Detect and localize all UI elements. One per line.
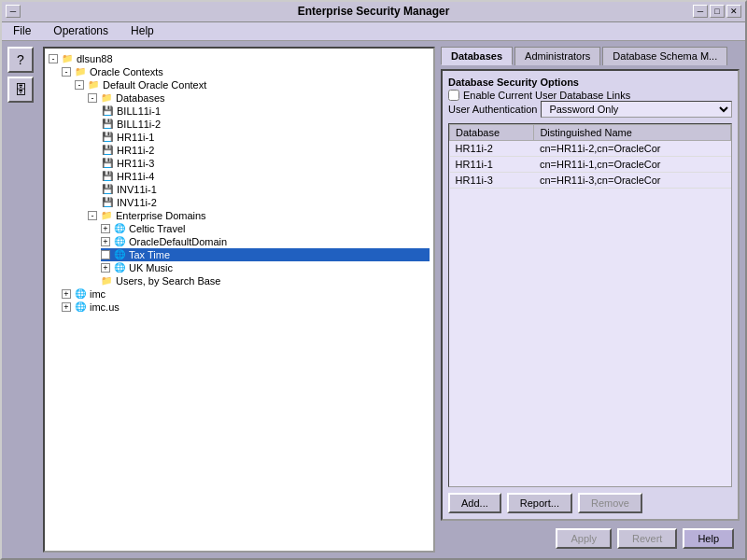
title-bar-right-controls: ─ □ ✕	[693, 5, 741, 18]
enable-db-links-row: Enable Current User Database Links	[448, 90, 732, 101]
tax-time-expander[interactable]: +	[101, 250, 110, 259]
col-database: Database	[450, 124, 534, 140]
report-button[interactable]: Report...	[507, 493, 572, 513]
tab-schema[interactable]: Database Schema M...	[602, 47, 727, 65]
tree-default-oracle-context[interactable]: - 📁 Default Oracle Context	[75, 78, 430, 91]
main-window: ─ Enterprise Security Manager ─ □ ✕ File…	[0, 0, 747, 560]
db-bill11i2-icon: 💾	[101, 119, 114, 130]
users-search-base-icon: 📁	[100, 275, 113, 287]
close-button[interactable]: ✕	[726, 5, 741, 18]
db-inv11i2-icon: 💾	[101, 197, 114, 208]
tree-db-hr11i4[interactable]: 💾 HR11i-4	[101, 170, 430, 183]
tree-db-hr11i3[interactable]: 💾 HR11i-3	[101, 157, 430, 170]
menu-help[interactable]: Help	[127, 23, 158, 38]
tree-oracle-contexts[interactable]: - 📁 Oracle Contexts	[62, 65, 430, 78]
tree-imc-us[interactable]: + 🌐 imc.us	[62, 301, 430, 314]
db-bill11i2-label: BILL11i-2	[117, 119, 161, 130]
oracle-default-domain-expander[interactable]: +	[101, 237, 110, 246]
tree-celtic-travel[interactable]: + 🌐 Celtic Travel	[101, 222, 430, 235]
maximize-button[interactable]: □	[710, 5, 725, 18]
tree-oracle-default-domain[interactable]: + 🌐 OracleDefaultDomain	[101, 235, 430, 248]
table-header: Database Distinguished Name	[450, 124, 731, 140]
apply-button[interactable]: Apply	[556, 528, 612, 549]
table-body: HR11i-2cn=HR11i-2,cn=OracleCorHR11i-1cn=…	[450, 140, 731, 188]
uk-music-icon: 🌐	[113, 262, 126, 273]
databases-folder-label: Databases	[116, 92, 165, 104]
enable-db-links-checkbox[interactable]	[448, 90, 459, 101]
db-icon-button[interactable]: 🗄	[7, 77, 34, 103]
imc-label: imc	[90, 288, 106, 300]
root-icon: 📁	[61, 53, 74, 64]
imc-icon: 🌐	[74, 288, 87, 300]
revert-button[interactable]: Revert	[617, 528, 677, 549]
title-bar-left-controls: ─	[6, 5, 21, 18]
tree-databases-folder[interactable]: - 📁 Databases	[88, 91, 430, 105]
user-auth-select[interactable]: Password Only Kerberos SSL	[541, 101, 732, 118]
table-row[interactable]: HR11i-3cn=HR11i-3,cn=OracleCor	[450, 172, 731, 188]
tree-imc[interactable]: + 🌐 imc	[62, 287, 430, 301]
system-menu-btn[interactable]: ─	[6, 5, 21, 18]
minimize-button[interactable]: ─	[693, 5, 708, 18]
enterprise-domains-icon: 📁	[100, 210, 113, 221]
uk-music-expander[interactable]: +	[101, 263, 110, 273]
tree-db-inv11i1[interactable]: 💾 INV11i-1	[101, 183, 430, 196]
menu-bar: File Operations Help	[2, 22, 745, 41]
tax-time-icon: 🌐	[113, 249, 126, 260]
db-bill11i1-icon: 💾	[101, 105, 114, 117]
table-cell-database: HR11i-3	[450, 172, 534, 188]
oracle-contexts-children: - 📁 Default Oracle Context - 📁 Databases	[75, 78, 430, 287]
tree-uk-music[interactable]: + 🌐 UK Music	[101, 261, 430, 274]
enterprise-domains-children: + 🌐 Celtic Travel + 🌐 OracleDefaultDomai…	[101, 222, 430, 274]
table-row[interactable]: HR11i-2cn=HR11i-2,cn=OracleCor	[450, 140, 731, 156]
default-context-icon: 📁	[87, 79, 100, 91]
enterprise-domains-expander[interactable]: -	[88, 211, 97, 220]
table-row[interactable]: HR11i-1cn=HR11i-1,cn=OracleCor	[450, 156, 731, 172]
tree-db-hr11i1[interactable]: 💾 HR11i-1	[101, 131, 430, 144]
tree-enterprise-domains[interactable]: - 📁 Enterprise Domains	[88, 209, 430, 222]
user-auth-label: User Authentication	[448, 104, 537, 115]
default-context-children: - 📁 Databases 💾 BILL11i-1 💾 BILL11	[88, 91, 430, 287]
root-expander[interactable]: -	[49, 54, 58, 63]
add-button[interactable]: Add...	[448, 493, 501, 513]
action-buttons: Add... Report... Remove	[448, 493, 732, 513]
db-inv11i2-label: INV11i-2	[117, 197, 157, 208]
db-security-options-section: Database Security Options Enable Current…	[448, 77, 732, 118]
table-cell-dn: cn=HR11i-2,cn=OracleCor	[534, 140, 731, 156]
celtic-travel-expander[interactable]: +	[101, 224, 110, 233]
oracle-default-domain-icon: 🌐	[113, 236, 126, 247]
title-bar: ─ Enterprise Security Manager ─ □ ✕	[2, 2, 745, 22]
imc-us-expander[interactable]: +	[62, 302, 71, 312]
tree-db-bill11i1[interactable]: 💾 BILL11i-1	[101, 105, 430, 118]
tree-panel: - 📁 dlsun88 - 📁 Oracle Contexts - 📁 Defa…	[43, 47, 435, 553]
menu-file[interactable]: File	[9, 23, 35, 38]
main-content: ? 🗄 - 📁 dlsun88 - 📁 Oracle Contexts	[2, 41, 745, 558]
databases-data-table: Database Distinguished Name HR11i-2cn=HR…	[449, 124, 731, 189]
tab-administrators[interactable]: Administrators	[514, 47, 600, 65]
menu-operations[interactable]: Operations	[49, 23, 112, 38]
tree-db-inv11i2[interactable]: 💾 INV11i-2	[101, 196, 430, 209]
help-icon-button[interactable]: ?	[7, 47, 34, 73]
oracle-contexts-label: Oracle Contexts	[90, 66, 163, 77]
user-auth-row: User Authentication Password Only Kerber…	[448, 101, 732, 118]
tree-db-hr11i2[interactable]: 💾 HR11i-2	[101, 144, 430, 157]
tree-db-bill11i2[interactable]: 💾 BILL11i-2	[101, 118, 430, 131]
databases-table: Database Distinguished Name HR11i-2cn=HR…	[448, 123, 732, 487]
databases-expander[interactable]: -	[88, 93, 97, 103]
databases-children: 💾 BILL11i-1 💾 BILL11i-2 💾 HR11i-1	[101, 105, 430, 209]
tree-tax-time[interactable]: + 🌐 Tax Time	[101, 248, 430, 261]
tree-root[interactable]: - 📁 dlsun88	[49, 52, 430, 65]
oracle-default-domain-label: OracleDefaultDomain	[129, 236, 227, 247]
default-context-expander[interactable]: -	[75, 80, 84, 90]
enable-db-links-label: Enable Current User Database Links	[463, 90, 630, 101]
tree-users-search-base[interactable]: 📁 Users, by Search Base	[88, 274, 430, 287]
imc-expander[interactable]: +	[62, 289, 71, 299]
remove-button[interactable]: Remove	[578, 493, 642, 513]
tab-databases[interactable]: Databases	[441, 47, 513, 65]
help-button[interactable]: Help	[683, 528, 734, 549]
oracle-contexts-expander[interactable]: -	[62, 67, 71, 77]
footer-buttons: Apply Revert Help	[441, 525, 740, 553]
default-context-label: Default Oracle Context	[103, 79, 206, 91]
uk-music-label: UK Music	[129, 262, 173, 273]
db-inv11i1-icon: 💾	[101, 184, 114, 195]
db-hr11i4-label: HR11i-4	[117, 171, 154, 182]
